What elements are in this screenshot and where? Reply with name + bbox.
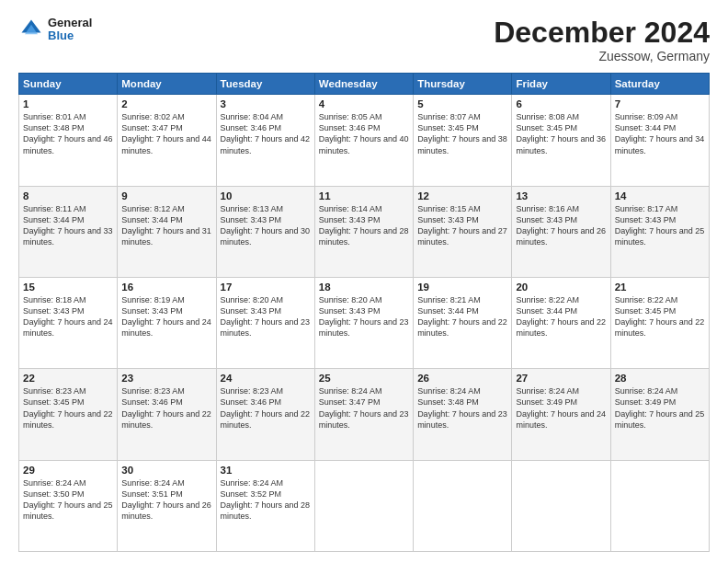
day-info: Sunrise: 8:07 AM Sunset: 3:45 PM Dayligh… bbox=[417, 111, 507, 156]
logo: General Blue bbox=[18, 17, 92, 43]
day-number: 26 bbox=[417, 373, 507, 384]
day-number: 25 bbox=[319, 373, 409, 384]
table-row: 2Sunrise: 8:02 AM Sunset: 3:47 PM Daylig… bbox=[118, 95, 216, 186]
table-row: 31Sunrise: 8:24 AM Sunset: 3:52 PM Dayli… bbox=[216, 460, 314, 551]
title-block: December 2024 Zuessow, Germany bbox=[494, 17, 710, 63]
col-friday: Friday bbox=[512, 74, 610, 95]
day-number: 23 bbox=[121, 373, 211, 384]
day-number: 1 bbox=[23, 98, 113, 109]
table-row: 13Sunrise: 8:16 AM Sunset: 3:43 PM Dayli… bbox=[512, 186, 610, 277]
table-row: 28Sunrise: 8:24 AM Sunset: 3:49 PM Dayli… bbox=[610, 369, 709, 460]
day-info: Sunrise: 8:24 AM Sunset: 3:47 PM Dayligh… bbox=[319, 385, 409, 431]
day-info: Sunrise: 8:05 AM Sunset: 3:46 PM Dayligh… bbox=[319, 111, 409, 156]
col-saturday: Saturday bbox=[610, 74, 709, 95]
col-tuesday: Tuesday bbox=[216, 74, 314, 95]
day-number: 15 bbox=[23, 282, 113, 293]
table-row: 1Sunrise: 8:01 AM Sunset: 3:48 PM Daylig… bbox=[19, 95, 118, 186]
table-row: 27Sunrise: 8:24 AM Sunset: 3:49 PM Dayli… bbox=[512, 369, 610, 460]
calendar-week-row: 15Sunrise: 8:18 AM Sunset: 3:43 PM Dayli… bbox=[19, 277, 710, 368]
table-row bbox=[314, 460, 413, 551]
day-info: Sunrise: 8:23 AM Sunset: 3:46 PM Dayligh… bbox=[121, 385, 211, 431]
day-number: 17 bbox=[221, 282, 311, 293]
calendar-week-row: 22Sunrise: 8:23 AM Sunset: 3:45 PM Dayli… bbox=[19, 369, 710, 460]
day-number: 2 bbox=[121, 98, 211, 109]
header: General Blue December 2024 Zuessow, Germ… bbox=[18, 17, 710, 63]
table-row bbox=[512, 460, 610, 551]
table-row: 20Sunrise: 8:22 AM Sunset: 3:44 PM Dayli… bbox=[512, 277, 610, 368]
day-info: Sunrise: 8:14 AM Sunset: 3:43 PM Dayligh… bbox=[319, 203, 409, 248]
day-info: Sunrise: 8:22 AM Sunset: 3:44 PM Dayligh… bbox=[516, 294, 606, 339]
day-number: 13 bbox=[516, 190, 606, 201]
col-monday: Monday bbox=[118, 74, 216, 95]
day-number: 31 bbox=[221, 465, 311, 476]
day-number: 5 bbox=[417, 98, 507, 109]
table-row: 10Sunrise: 8:13 AM Sunset: 3:43 PM Dayli… bbox=[216, 186, 314, 277]
day-number: 16 bbox=[121, 282, 211, 293]
table-row: 5Sunrise: 8:07 AM Sunset: 3:45 PM Daylig… bbox=[414, 95, 512, 186]
day-number: 18 bbox=[319, 282, 409, 293]
day-number: 14 bbox=[615, 190, 705, 201]
table-row: 17Sunrise: 8:20 AM Sunset: 3:43 PM Dayli… bbox=[216, 277, 314, 368]
day-number: 19 bbox=[417, 282, 507, 293]
day-info: Sunrise: 8:19 AM Sunset: 3:43 PM Dayligh… bbox=[121, 294, 211, 339]
day-info: Sunrise: 8:01 AM Sunset: 3:48 PM Dayligh… bbox=[23, 111, 113, 156]
col-sunday: Sunday bbox=[19, 74, 118, 95]
calendar-week-row: 8Sunrise: 8:11 AM Sunset: 3:44 PM Daylig… bbox=[19, 186, 710, 277]
logo-blue-text: Blue bbox=[48, 29, 92, 42]
day-number: 21 bbox=[615, 282, 705, 293]
day-info: Sunrise: 8:13 AM Sunset: 3:43 PM Dayligh… bbox=[221, 203, 311, 248]
calendar-title: December 2024 bbox=[494, 17, 710, 49]
day-number: 28 bbox=[615, 373, 705, 384]
logo-general-text: General bbox=[48, 17, 92, 29]
day-info: Sunrise: 8:09 AM Sunset: 3:44 PM Dayligh… bbox=[615, 111, 705, 156]
day-number: 6 bbox=[516, 98, 606, 109]
day-info: Sunrise: 8:23 AM Sunset: 3:46 PM Dayligh… bbox=[221, 385, 311, 431]
day-info: Sunrise: 8:17 AM Sunset: 3:43 PM Dayligh… bbox=[615, 203, 705, 248]
day-number: 27 bbox=[516, 373, 606, 384]
table-row: 15Sunrise: 8:18 AM Sunset: 3:43 PM Dayli… bbox=[19, 277, 118, 368]
calendar-week-row: 29Sunrise: 8:24 AM Sunset: 3:50 PM Dayli… bbox=[19, 460, 710, 551]
table-row: 3Sunrise: 8:04 AM Sunset: 3:46 PM Daylig… bbox=[216, 95, 314, 186]
table-row: 9Sunrise: 8:12 AM Sunset: 3:44 PM Daylig… bbox=[118, 186, 216, 277]
day-number: 4 bbox=[319, 98, 409, 109]
day-info: Sunrise: 8:08 AM Sunset: 3:45 PM Dayligh… bbox=[516, 111, 606, 156]
day-number: 24 bbox=[221, 373, 311, 384]
table-row: 18Sunrise: 8:20 AM Sunset: 3:43 PM Dayli… bbox=[314, 277, 413, 368]
day-info: Sunrise: 8:24 AM Sunset: 3:49 PM Dayligh… bbox=[615, 385, 705, 431]
calendar-table: Sunday Monday Tuesday Wednesday Thursday… bbox=[18, 73, 710, 552]
day-info: Sunrise: 8:12 AM Sunset: 3:44 PM Dayligh… bbox=[121, 203, 211, 248]
day-info: Sunrise: 8:15 AM Sunset: 3:43 PM Dayligh… bbox=[417, 203, 507, 248]
day-info: Sunrise: 8:23 AM Sunset: 3:45 PM Dayligh… bbox=[23, 385, 113, 431]
day-info: Sunrise: 8:11 AM Sunset: 3:44 PM Dayligh… bbox=[23, 203, 113, 248]
day-info: Sunrise: 8:24 AM Sunset: 3:49 PM Dayligh… bbox=[516, 385, 606, 431]
col-thursday: Thursday bbox=[414, 74, 512, 95]
day-info: Sunrise: 8:24 AM Sunset: 3:51 PM Dayligh… bbox=[121, 477, 211, 523]
day-info: Sunrise: 8:16 AM Sunset: 3:43 PM Dayligh… bbox=[516, 203, 606, 248]
table-row bbox=[610, 460, 709, 551]
day-info: Sunrise: 8:24 AM Sunset: 3:48 PM Dayligh… bbox=[417, 385, 507, 431]
day-number: 20 bbox=[516, 282, 606, 293]
col-wednesday: Wednesday bbox=[314, 74, 413, 95]
day-number: 30 bbox=[121, 465, 211, 476]
day-number: 9 bbox=[121, 190, 211, 201]
table-row: 4Sunrise: 8:05 AM Sunset: 3:46 PM Daylig… bbox=[314, 95, 413, 186]
day-info: Sunrise: 8:21 AM Sunset: 3:44 PM Dayligh… bbox=[417, 294, 507, 339]
day-number: 8 bbox=[23, 190, 113, 201]
day-info: Sunrise: 8:04 AM Sunset: 3:46 PM Dayligh… bbox=[221, 111, 311, 156]
table-row: 30Sunrise: 8:24 AM Sunset: 3:51 PM Dayli… bbox=[118, 460, 216, 551]
day-number: 12 bbox=[417, 190, 507, 201]
table-row: 25Sunrise: 8:24 AM Sunset: 3:47 PM Dayli… bbox=[314, 369, 413, 460]
table-row: 21Sunrise: 8:22 AM Sunset: 3:45 PM Dayli… bbox=[610, 277, 709, 368]
table-row: 8Sunrise: 8:11 AM Sunset: 3:44 PM Daylig… bbox=[19, 186, 118, 277]
table-row: 26Sunrise: 8:24 AM Sunset: 3:48 PM Dayli… bbox=[414, 369, 512, 460]
table-row: 23Sunrise: 8:23 AM Sunset: 3:46 PM Dayli… bbox=[118, 369, 216, 460]
table-row bbox=[414, 460, 512, 551]
page: General Blue December 2024 Zuessow, Germ… bbox=[0, 0, 728, 563]
day-info: Sunrise: 8:02 AM Sunset: 3:47 PM Dayligh… bbox=[121, 111, 211, 156]
table-row: 16Sunrise: 8:19 AM Sunset: 3:43 PM Dayli… bbox=[118, 277, 216, 368]
table-row: 14Sunrise: 8:17 AM Sunset: 3:43 PM Dayli… bbox=[610, 186, 709, 277]
table-row: 24Sunrise: 8:23 AM Sunset: 3:46 PM Dayli… bbox=[216, 369, 314, 460]
day-number: 10 bbox=[221, 190, 311, 201]
table-row: 19Sunrise: 8:21 AM Sunset: 3:44 PM Dayli… bbox=[414, 277, 512, 368]
day-info: Sunrise: 8:24 AM Sunset: 3:50 PM Dayligh… bbox=[23, 477, 113, 523]
